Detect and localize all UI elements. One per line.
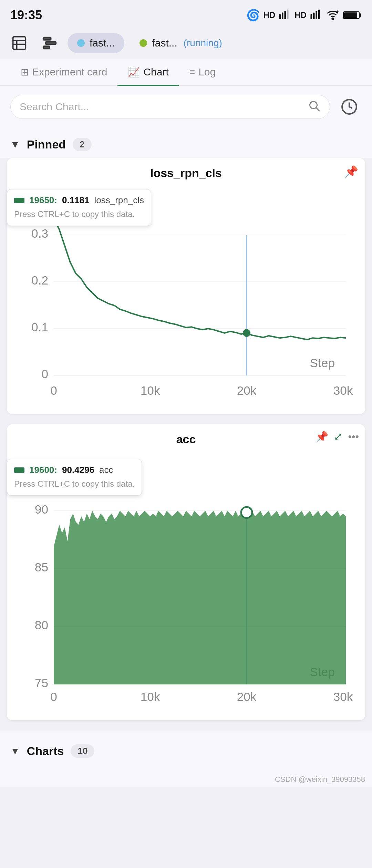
sub-nav-experiment[interactable]: ⊞ Experiment card [10,59,117,85]
signal-bars2-icon [310,9,322,21]
svg-rect-20 [43,46,50,49]
tooltip-value-loss: 0.1181 [62,195,90,206]
signal-hd-icon: HD [264,10,276,20]
log-icon: ≡ [189,66,195,78]
svg-text:Step: Step [310,356,335,370]
history-icon [341,98,358,115]
search-icon-wrap [308,100,321,114]
svg-rect-0 [279,14,281,19]
charts-section: ▼ Charts 10 [0,731,372,772]
pinned-chevron[interactable]: ▼ [10,139,20,150]
nav-dot-2 [140,39,147,47]
watermark-text: CSDN @weixin_39093358 [275,775,365,784]
running-label: (running) [184,38,222,49]
svg-text:85: 85 [35,560,48,574]
expand-icon-acc[interactable]: ⤢ [334,431,342,443]
svg-rect-19 [46,42,56,44]
search-box[interactable]: Search Chart... [10,95,330,119]
status-bar: 19:35 🌀 HD HD [0,0,372,28]
svg-text:0: 0 [50,384,57,397]
chart-card-acc: acc 📌 ⤢ ••• 19600: 90.4296 acc Press CTR… [7,424,365,720]
pinned-count-badge: 2 [73,138,91,151]
svg-text:0.1: 0.1 [31,320,48,334]
charts-section-header: ▼ Charts 10 [10,737,362,765]
pin-icon-acc[interactable]: 📌 [316,431,328,443]
nav-tab-fast1-label: fast... [90,37,115,49]
chart-svg-loss[interactable]: 0.3 0.2 0.1 0 0 10k 20k 30k Step [15,207,357,406]
svg-rect-3 [287,10,289,20]
svg-rect-4 [311,14,312,19]
status-time: 19:35 [10,8,42,22]
svg-text:20k: 20k [237,384,257,397]
tooltip-hint-loss: Press CTRL+C to copy this data. [14,208,144,220]
svg-rect-2 [285,11,286,19]
search-icon [308,100,321,112]
history-button[interactable] [337,94,362,119]
svg-rect-1 [282,13,283,20]
acc-chart-svg: 90 85 80 75 0 10k 20k 30k Step [15,480,357,712]
signal-bars-icon [279,9,291,21]
chart-title-loss: loss_rpn_cls [15,166,357,180]
pin-icon-loss[interactable]: 📌 [344,165,358,178]
tooltip-name-loss: loss_rpn_cls [94,195,144,206]
gantt-icon-btn[interactable] [37,31,62,55]
watermark: CSDN @weixin_39093358 [0,772,372,787]
chart-label: Chart [143,66,168,78]
experiment-icon: ⊞ [21,66,29,78]
chart-icon: 📈 [128,66,140,78]
sub-nav-log[interactable]: ≡ Log [179,59,226,85]
svg-rect-6 [316,11,318,19]
chart-card-loss-rpn-cls: loss_rpn_cls 📌 19650: 0.1181 loss_rpn_cl… [7,158,365,414]
status-icons: 🌀 HD HD [246,9,362,22]
tooltip-value-acc: 90.4296 [62,465,94,475]
svg-marker-53 [54,511,346,684]
search-section: Search Chart... [0,86,372,127]
svg-line-22 [316,108,320,111]
wifi-icon [326,9,340,21]
sub-nav: ⊞ Experiment card 📈 Chart ≡ Log [0,59,372,86]
svg-text:30k: 30k [333,384,353,397]
chart-tooltip-acc: 19600: 90.4296 acc Press CTRL+C to copy … [7,459,142,496]
nav-tab-fast1[interactable]: fast... [68,33,124,53]
svg-point-21 [310,102,317,109]
svg-text:10k: 10k [141,690,160,703]
svg-text:0.2: 0.2 [31,273,48,287]
battery-icon [343,10,362,20]
sub-nav-chart[interactable]: 📈 Chart [117,59,179,85]
loss-chart-svg: 0.3 0.2 0.1 0 0 10k 20k 30k Step [15,207,357,406]
chart-tooltip-loss: 19650: 0.1181 loss_rpn_cls Press CTRL+C … [7,189,151,226]
svg-text:30k: 30k [333,690,353,703]
chart-svg-acc[interactable]: 90 85 80 75 0 10k 20k 30k Step [15,480,357,712]
svg-point-8 [332,18,334,20]
svg-rect-12 [359,13,361,17]
nav-tab-fast2[interactable]: fast... (running) [130,33,231,53]
svg-rect-13 [344,12,357,18]
tooltip-dot-loss [14,198,24,203]
tooltip-step-loss: 19650: [29,195,57,206]
top-nav: fast... fast... (running) [0,28,372,59]
signal-hd2-icon: HD [294,10,307,20]
charts-count-badge: 10 [71,744,94,758]
pinned-section-header: ▼ Pinned 2 [0,127,372,158]
svg-rect-5 [313,13,315,20]
svg-text:10k: 10k [141,384,160,397]
svg-text:90: 90 [35,503,48,516]
spiral-icon: 🌀 [246,9,260,22]
svg-text:80: 80 [35,618,48,632]
svg-text:0: 0 [50,690,57,703]
svg-rect-7 [318,10,320,20]
chart-title-acc: acc [15,433,357,446]
svg-point-54 [241,507,252,518]
search-placeholder-text: Search Chart... [20,101,89,113]
table-icon-btn[interactable] [7,31,32,55]
log-label: Log [198,66,216,78]
nav-tab-fast2-label: fast... [152,37,177,49]
more-icon-acc[interactable]: ••• [348,431,359,443]
charts-chevron[interactable]: ▼ [10,746,20,757]
nav-dot-1 [77,39,85,47]
table-icon [12,35,27,51]
gantt-icon [42,35,57,51]
svg-rect-18 [43,38,51,40]
tooltip-dot-acc [14,467,24,473]
svg-text:20k: 20k [237,690,257,703]
